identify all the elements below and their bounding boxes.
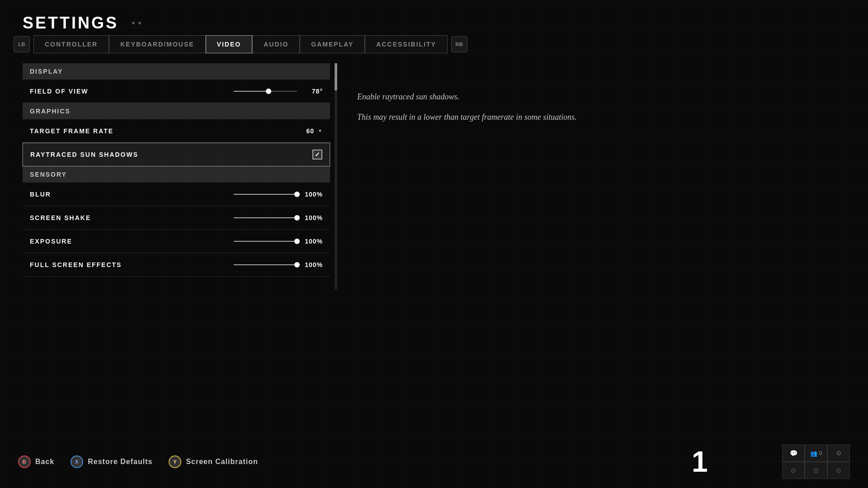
slider-thumb[interactable]: [266, 89, 271, 94]
raytraced-checkbox[interactable]: ✓: [312, 150, 322, 160]
setting-exposure[interactable]: EXPOSURE 100%: [23, 230, 330, 253]
info-panel: Enable raytraced sun shadows. This may r…: [348, 63, 845, 277]
content-area: DISPLAY FIELD OF VIEW 78°: [23, 63, 845, 277]
slider-track: [234, 91, 297, 92]
settings-icon[interactable]: ⚙: [827, 445, 850, 462]
tab-controller[interactable]: CONTROLLER: [33, 35, 109, 53]
dot-2: [138, 22, 141, 24]
bottom-right-hud: 1 💬 👥 0 ⚙ ⊙ ⊙ ⊙: [692, 445, 850, 479]
screen-shake-slider[interactable]: 100%: [234, 214, 323, 221]
main-container: SETTINGS LB CONTROLLER KEYBOARD/MOUSE VI…: [0, 0, 868, 488]
restore-defaults-action[interactable]: X Restore Defaults: [71, 455, 152, 468]
slider-track: [234, 241, 297, 242]
back-action[interactable]: B Back: [18, 455, 54, 468]
target-frame-rate-dropdown[interactable]: 60 ▼: [307, 127, 323, 135]
slider-fill: [234, 91, 269, 92]
setting-raytraced-sun-shadows[interactable]: RAYTRACED SUN SHADOWS ✓: [23, 143, 330, 166]
dot-1: [132, 22, 135, 24]
tab-accessibility[interactable]: ACCESSIBILITY: [365, 35, 448, 53]
slider-track: [234, 264, 297, 265]
slider-fill: [234, 264, 297, 265]
scrollbar-thumb[interactable]: [335, 63, 337, 90]
setting-target-frame-rate[interactable]: TARGET FRAME RATE 60 ▼: [23, 119, 330, 143]
exposure-slider[interactable]: 100%: [234, 238, 323, 245]
players-icon[interactable]: 👥 0: [805, 445, 827, 462]
slider-thumb[interactable]: [294, 262, 300, 267]
info-text: Enable raytraced sun shadows. This may r…: [357, 90, 836, 124]
full-screen-effects-slider[interactable]: 100%: [234, 261, 323, 268]
slider-thumb[interactable]: [294, 239, 300, 244]
header: SETTINGS: [23, 14, 141, 33]
section-graphics: GRAPHICS: [23, 103, 330, 119]
y-button: Y: [169, 455, 181, 468]
slider-thumb[interactable]: [294, 192, 300, 197]
hud-row-bottom: ⊙ ⊙ ⊙: [782, 462, 850, 479]
players-icon-symbol: 👥: [810, 450, 817, 457]
x-button: X: [71, 455, 83, 468]
dropdown-arrow-icon: ▼: [318, 128, 323, 133]
player-number: 1: [692, 445, 782, 479]
lb-button[interactable]: LB: [14, 36, 30, 52]
chat-icon[interactable]: 💬: [782, 445, 805, 462]
hud-icons: 💬 👥 0 ⚙ ⊙ ⊙ ⊙: [782, 445, 850, 479]
setting-field-of-view[interactable]: FIELD OF VIEW 78°: [23, 80, 330, 103]
tab-audio[interactable]: AUDIO: [252, 35, 300, 53]
page-title: SETTINGS: [23, 14, 118, 33]
rb-button[interactable]: RB: [451, 36, 467, 52]
section-sensory: SENSORY: [23, 166, 330, 183]
blur-slider[interactable]: 100%: [234, 191, 323, 198]
bottom-actions: B Back X Restore Defaults Y Screen Calib…: [18, 455, 258, 468]
hud-row-top: 💬 👥 0 ⚙: [782, 445, 850, 462]
setting-screen-shake[interactable]: SCREEN SHAKE 100%: [23, 206, 330, 230]
settings-panel: DISPLAY FIELD OF VIEW 78°: [23, 63, 330, 277]
tab-navigation: LB CONTROLLER KEYBOARD/MOUSE VIDEO AUDIO…: [14, 35, 467, 53]
hud-icon-1[interactable]: ⊙: [782, 462, 805, 479]
hud-icon-3[interactable]: ⊙: [827, 462, 850, 479]
header-decoration: [132, 22, 141, 24]
section-display: DISPLAY: [23, 63, 330, 80]
setting-blur[interactable]: BLUR 100%: [23, 183, 330, 206]
scrollbar-track: [335, 63, 337, 289]
tab-video[interactable]: VIDEO: [206, 35, 253, 53]
settings-list: DISPLAY FIELD OF VIEW 78°: [23, 63, 330, 277]
tab-keyboard[interactable]: KEYBOARD/MOUSE: [109, 35, 205, 53]
slider-fill: [234, 194, 297, 195]
players-count: 0: [819, 450, 822, 456]
checkmark-icon: ✓: [315, 151, 320, 158]
setting-full-screen-effects[interactable]: FULL SCREEN EFFECTS 100%: [23, 253, 330, 277]
slider-fill: [234, 241, 297, 242]
slider-fill: [234, 217, 297, 218]
hud-icon-2[interactable]: ⊙: [805, 462, 827, 479]
b-button: B: [18, 455, 31, 468]
tab-gameplay[interactable]: GAMEPLAY: [300, 35, 365, 53]
slider-thumb[interactable]: [294, 215, 300, 221]
bottom-bar: B Back X Restore Defaults Y Screen Calib…: [0, 445, 868, 479]
slider-track: [234, 194, 297, 195]
screen-calibration-action[interactable]: Y Screen Calibration: [169, 455, 258, 468]
field-of-view-control: 78°: [234, 88, 323, 95]
field-of-view-slider[interactable]: [234, 91, 297, 92]
slider-track: [234, 217, 297, 218]
